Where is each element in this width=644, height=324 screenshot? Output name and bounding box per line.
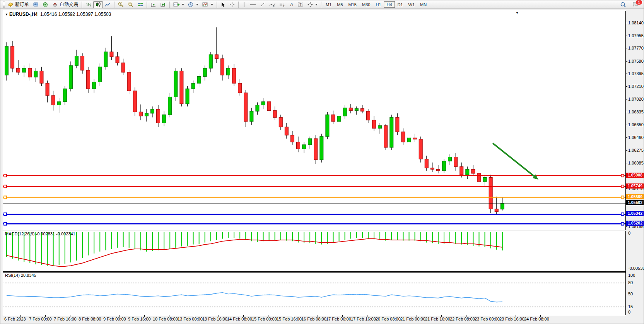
candle-down (17, 68, 20, 72)
level-line-handle[interactable] (4, 213, 7, 216)
macd-chart[interactable] (3, 231, 625, 271)
toolbar-separator (321, 2, 321, 8)
candle-up (197, 76, 201, 83)
candle-down (139, 112, 142, 116)
time-label: 10 Feb 08:00 (153, 317, 178, 321)
price-chart-pane[interactable]: ▼EURUSD-,H4 1.05416 1.05592 1.05397 1.05… (3, 11, 626, 230)
level-line-handle[interactable] (621, 185, 624, 188)
vertical-line-tool-button[interactable] (240, 1, 248, 8)
candlestick-mode-button[interactable] (93, 1, 103, 8)
price-tick-label: 1.07210 (628, 84, 644, 89)
price-tick-mark (626, 150, 627, 151)
timeframe-button-h4[interactable]: H4 (384, 1, 395, 8)
time-axis[interactable]: 6 Feb 20237 Feb 00:007 Feb 16:008 Feb 08… (3, 315, 626, 322)
fibonacci-tool-button[interactable]: F (277, 1, 287, 8)
price-tag-1.05908: 1.05908 (626, 173, 644, 178)
candle-up (145, 113, 148, 116)
market-watch-button[interactable] (31, 1, 41, 8)
rsi-axis-label-100: 100 (628, 273, 635, 278)
cursor-tool-button[interactable] (219, 1, 227, 8)
candlestick-icon (95, 2, 101, 7)
horizontal-line-tool-button[interactable] (248, 1, 258, 8)
level-line-handle[interactable] (621, 196, 624, 199)
new-order-button[interactable]: 新订单 (6, 1, 31, 8)
notifications-button[interactable]: 1 (630, 1, 641, 8)
tile-windows-button[interactable] (135, 1, 145, 8)
new-chart-icon (173, 2, 179, 7)
chart-menu-caret[interactable]: ▼ (516, 11, 519, 15)
bar-chart-icon (85, 2, 91, 7)
level-line-handle[interactable] (4, 196, 7, 199)
chart-shift-button[interactable] (158, 1, 168, 8)
candle-up (69, 65, 72, 89)
candle-up (162, 115, 166, 123)
timeframe-button-m5[interactable]: M5 (334, 1, 345, 8)
new-order-label: 新订单 (15, 1, 29, 8)
rsi-indicator-pane[interactable]: RSI(14) 28.8345 (3, 272, 626, 315)
level-line-handle[interactable] (4, 174, 7, 177)
arrows-dropdown-caret[interactable] (315, 4, 318, 5)
candle-down (349, 108, 352, 111)
new-chart-button[interactable] (171, 1, 186, 8)
macd-indicator-pane[interactable]: MACD(12,26,9) -0.002831 -0.002341 (3, 231, 626, 272)
search-button[interactable] (618, 1, 628, 8)
text-label-tool-button[interactable]: T (296, 1, 306, 8)
horizontal-line-icon (250, 2, 256, 7)
timeframe-button-m15[interactable]: M15 (346, 1, 359, 8)
auto-scroll-button[interactable] (149, 1, 158, 8)
zoom-in-icon (118, 2, 124, 7)
auto-trading-icon (52, 2, 58, 7)
template-button[interactable] (200, 1, 215, 8)
candle-down (297, 142, 300, 149)
period-dropdown-caret[interactable] (196, 4, 198, 5)
price-tick-mark (626, 48, 627, 48)
channel-tool-button[interactable]: E (267, 1, 277, 8)
zoom-in-button[interactable] (116, 1, 126, 8)
candle-down (460, 166, 463, 175)
svg-text:F: F (283, 5, 285, 7)
chart-dropdown-icon[interactable]: ▼ (5, 13, 8, 16)
price-tick-label: 1.07395 (628, 71, 644, 76)
price-axis[interactable]: 1.081401.079551.077701.075801.073951.072… (626, 11, 644, 315)
text-tool-button[interactable]: A (287, 1, 296, 8)
level-line-handle[interactable] (621, 174, 624, 177)
candle-up (92, 82, 96, 89)
arrows-tool-button[interactable] (306, 1, 319, 8)
auto-trading-button[interactable]: 自动交易 (50, 1, 80, 8)
bar-chart-mode-button[interactable] (84, 1, 93, 8)
timeframe-button-h1[interactable]: H1 (373, 1, 384, 8)
candle-up (34, 71, 38, 77)
candle-up (378, 125, 382, 128)
time-label: 6 Feb 2023 (4, 317, 26, 321)
candle-down (40, 71, 43, 83)
mt4-window: 新订单 自动交易 (0, 0, 644, 324)
timeframe-button-m30[interactable]: M30 (359, 1, 373, 8)
candlestick-chart[interactable] (3, 11, 625, 230)
signals-button[interactable] (41, 1, 50, 8)
period-clock-button[interactable] (186, 1, 200, 8)
level-line-handle[interactable] (4, 223, 7, 225)
crosshair-tool-button[interactable] (227, 1, 237, 8)
trend-arrow-annotation[interactable] (493, 143, 534, 176)
timeframe-button-w1[interactable]: W1 (406, 1, 418, 8)
candle-down (489, 178, 492, 209)
price-tick-label: 1.06275 (628, 148, 644, 153)
template-dropdown-caret[interactable] (211, 4, 213, 5)
candle-down (238, 83, 242, 93)
level-line-handle[interactable] (621, 223, 624, 225)
trendline-tool-button[interactable] (258, 1, 267, 8)
timeframe-button-m1[interactable]: M1 (323, 1, 334, 8)
line-chart-mode-button[interactable] (103, 1, 113, 8)
equidistant-channel-icon: E (269, 2, 275, 7)
timeframe-button-d1[interactable]: D1 (395, 1, 406, 8)
new-chart-dropdown-caret[interactable] (182, 4, 184, 5)
rsi-chart[interactable] (3, 273, 625, 315)
zoom-out-button[interactable] (126, 1, 135, 8)
level-line-handle[interactable] (4, 185, 7, 188)
chart-shift-icon (160, 2, 166, 7)
level-line-handle[interactable] (621, 213, 624, 216)
candle-down (477, 173, 481, 182)
toolbar-grip[interactable] (3, 2, 5, 8)
timeframe-button-mn[interactable]: MN (417, 1, 429, 8)
candle-down (372, 120, 376, 128)
